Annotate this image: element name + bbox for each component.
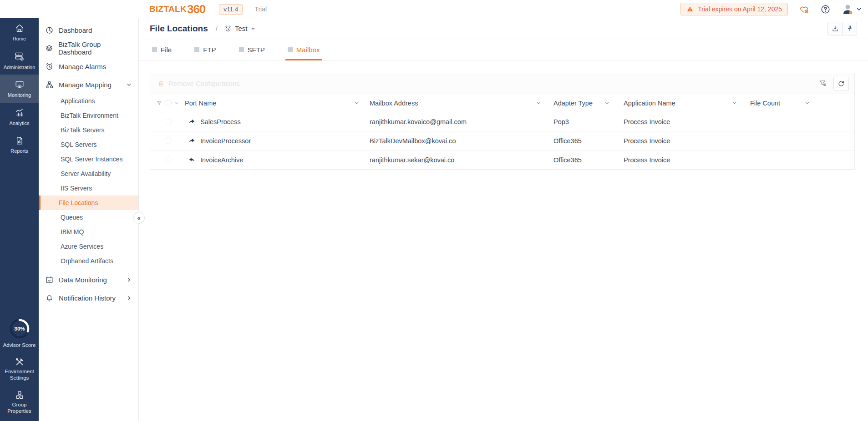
sidebar-item-applications[interactable]: Applications — [39, 94, 138, 108]
report-document-icon — [15, 136, 24, 145]
rail-item-monitoring[interactable]: Monitoring — [0, 75, 39, 103]
sidebar-collapse-button[interactable]: « — [133, 212, 145, 224]
cell-application-name: Process Invoice — [614, 131, 742, 150]
table-toolbar: Remove Configurations — [150, 73, 854, 94]
cell-adapter-type: Pop3 — [546, 112, 614, 131]
cubes-icon — [15, 390, 25, 400]
remove-configurations-label: Remove Configurations — [168, 80, 240, 87]
breadcrumb-env-name: Test — [235, 25, 248, 32]
rail-item-group-properties[interactable]: Group Properties — [0, 386, 39, 421]
chevron-down-icon — [250, 26, 256, 31]
row-checkbox[interactable] — [165, 156, 172, 163]
clear-filter-button[interactable] — [818, 79, 827, 88]
rail-item-reports[interactable]: Reports — [0, 131, 39, 159]
table-row[interactable]: InvoiceArchive ranjithkumar.sekar@kovai.… — [150, 150, 854, 170]
biztalk360-app: BIZTALK 360 v11.4 Trial Trial expires on… — [0, 0, 868, 421]
pin-button[interactable] — [842, 22, 857, 35]
sidebar-sub-label: File Locations — [59, 199, 98, 206]
trial-expiry-badge[interactable]: Trial expires on April 12, 2025 — [680, 3, 788, 15]
chevron-down-icon[interactable] — [174, 100, 179, 106]
sidebar-sub-label: Azure Services — [61, 243, 103, 250]
column-menu-chevron-icon[interactable] — [536, 100, 546, 106]
sidebar-sub-label: IIS Servers — [61, 185, 92, 192]
refresh-icon — [838, 80, 845, 87]
help-icon[interactable] — [820, 4, 831, 15]
page-title: File Locations — [150, 24, 208, 34]
column-header-port-name[interactable]: Port Name — [179, 94, 364, 112]
tab-mailbox[interactable]: Mailbox — [285, 39, 322, 60]
sidebar-item-manage-mapping[interactable]: Manage Mapping — [39, 75, 138, 94]
sidebar-item-server-availability[interactable]: Server Availability — [39, 166, 138, 181]
column-menu-chevron-icon[interactable] — [604, 100, 614, 106]
sidebar-item-sql-server-instances[interactable]: SQL Server Instances — [39, 152, 138, 166]
tab-label: FTP — [203, 46, 216, 54]
sidebar-item-iis-servers[interactable]: IIS Servers — [39, 181, 138, 195]
sidebar-item-manage-alarms[interactable]: Manage Alarms — [39, 57, 138, 75]
health-heart-icon[interactable] — [799, 4, 809, 15]
sidebar-item-biztalk-group-dashboard[interactable]: BizTalk Group Dashboard — [39, 39, 138, 57]
sidebar-item-ibm-mq[interactable]: IBM MQ — [39, 225, 138, 239]
sidebar-item-label: Data Monitoring — [59, 276, 107, 284]
row-checkbox[interactable] — [165, 137, 172, 144]
column-header-adapter-type[interactable]: Adapter Type — [546, 94, 614, 112]
column-header-file-count[interactable]: File Count — [742, 94, 815, 112]
toolbar-right-actions — [818, 77, 849, 90]
mailbox-locations-panel: Remove Configurations — [150, 73, 855, 170]
sidebar-item-data-monitoring[interactable]: Data Monitoring — [39, 271, 138, 289]
rail-label: Home — [1, 36, 38, 42]
table-row[interactable]: SalesProcess ranjithkumar.kovaico@gmail.… — [150, 112, 854, 131]
sidebar-item-azure-services[interactable]: Azure Services — [39, 239, 138, 254]
sitemap-icon — [45, 80, 54, 89]
column-menu-chevron-icon[interactable] — [804, 100, 815, 106]
select-all-checkbox[interactable] — [165, 100, 172, 106]
export-download-button[interactable] — [827, 22, 843, 35]
sidebar-sub-label: BizTalk Servers — [61, 126, 104, 134]
top-header-bar: BIZTALK 360 v11.4 Trial Trial expires on… — [0, 0, 868, 18]
alarm-clock-icon — [224, 25, 232, 32]
secondary-sidebar: Dashboard BizTalk Group Dashboard Manage… — [39, 18, 139, 421]
sidebar-sub-label: SQL Server Instances — [61, 155, 122, 163]
sidebar-item-sql-servers[interactable]: SQL Servers — [39, 137, 138, 152]
sidebar-item-dashboard[interactable]: Dashboard — [39, 21, 138, 39]
column-menu-chevron-icon[interactable] — [731, 100, 742, 106]
refresh-button[interactable] — [833, 77, 849, 90]
filter-funnel-icon[interactable] — [156, 100, 162, 106]
rail-item-home[interactable]: Home — [0, 18, 39, 46]
sidebar-item-queues[interactable]: Queues — [39, 210, 138, 225]
user-menu[interactable] — [842, 3, 862, 15]
breadcrumb-alarm-selector[interactable]: Test — [224, 25, 256, 32]
advisor-score-widget[interactable]: 30% Advisor Score — [0, 314, 39, 352]
column-header-mailbox-address[interactable]: Mailbox Address — [364, 94, 546, 112]
trash-icon — [157, 80, 165, 87]
tab-ftp[interactable]: FTP — [192, 39, 218, 60]
sidebar-item-file-locations[interactable]: File Locations — [39, 195, 138, 210]
sidebar-item-label: BizTalk Group Dashboard — [58, 40, 132, 56]
rail-item-environment-settings[interactable]: Environment Settings — [0, 352, 39, 386]
location-type-tabs: File FTP SFTP Mailbox — [139, 39, 868, 60]
column-menu-chevron-icon[interactable] — [354, 100, 364, 106]
bell-icon — [45, 294, 54, 302]
table-row[interactable]: InvoiceProcessor BizTalkDevMailbox@kovai… — [150, 131, 854, 150]
row-select-cell — [150, 156, 179, 163]
rail-item-analytics[interactable]: Analytics — [0, 103, 39, 131]
remove-configurations-button[interactable]: Remove Configurations — [157, 80, 240, 87]
pin-icon — [846, 25, 853, 32]
row-checkbox[interactable] — [165, 118, 172, 125]
tab-file[interactable]: File — [150, 39, 174, 60]
column-header-application-name[interactable]: Application Name — [614, 94, 742, 112]
sidebar-item-biztalk-servers[interactable]: BizTalk Servers — [39, 123, 138, 137]
group-properties-label: Group Properties — [3, 402, 36, 415]
row-select-cell — [150, 118, 179, 125]
port-name-text: InvoiceArchive — [200, 156, 243, 164]
rail-label: Monitoring — [1, 92, 38, 98]
header-actions: Trial expires on April 12, 2025 — [680, 0, 862, 18]
rail-label: Administration — [1, 65, 38, 70]
tab-sftp[interactable]: SFTP — [237, 39, 267, 60]
sidebar-item-orphaned-artifacts[interactable]: Orphaned Artifacts — [39, 254, 138, 268]
sidebar-item-label: Notification History — [59, 294, 116, 302]
rail-item-administration[interactable]: Administration — [0, 46, 39, 75]
sidebar-item-notification-history[interactable]: Notification History — [39, 289, 138, 307]
cell-adapter-type: Office365 — [546, 150, 614, 169]
sidebar-item-biztalk-environment[interactable]: BizTalk Environment — [39, 108, 138, 123]
tab-label: Mailbox — [296, 46, 320, 54]
